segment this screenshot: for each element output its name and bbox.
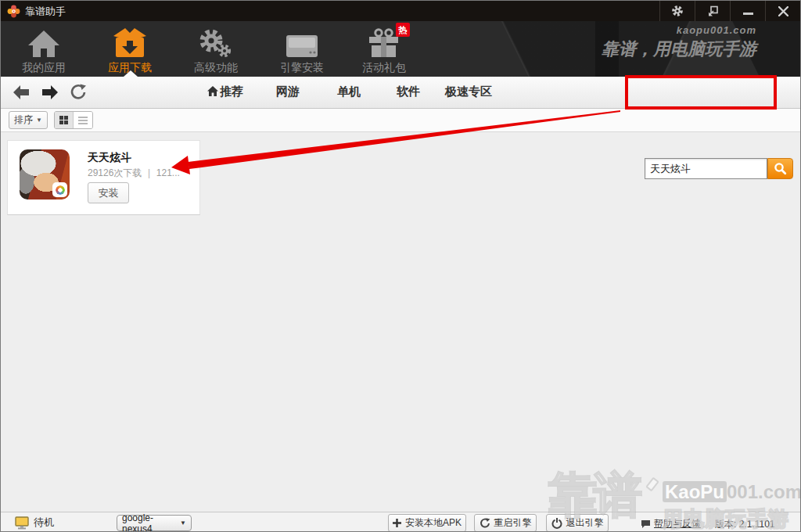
window-controls bbox=[659, 1, 800, 21]
tab-standalone[interactable]: 单机 bbox=[337, 84, 361, 99]
caret-down-icon: ▼ bbox=[180, 519, 186, 527]
nav-item-label: 高级功能 bbox=[183, 61, 249, 75]
speech-bubble-icon bbox=[641, 519, 651, 529]
nav-item-gift-packs[interactable]: 活动礼包 热 bbox=[351, 26, 417, 76]
results-area: 天天炫斗 29126次下载 ｜ 121... 安装 bbox=[1, 132, 800, 512]
search-input[interactable] bbox=[645, 158, 767, 179]
app-name: 天天炫斗 bbox=[88, 151, 131, 165]
forward-button[interactable] bbox=[41, 85, 58, 102]
list-controls-bar: 排序▼ bbox=[1, 109, 800, 132]
nav-item-label: 应用下载 bbox=[97, 61, 163, 75]
search-box bbox=[645, 158, 793, 179]
grid-view-button[interactable] bbox=[55, 112, 74, 128]
nav-item-label: 引擎安装 bbox=[269, 61, 335, 75]
plus-icon bbox=[393, 519, 401, 527]
tab-recommended[interactable]: 推荐 bbox=[207, 84, 243, 99]
nav-item-engine-install[interactable]: 引擎安装 bbox=[269, 26, 335, 76]
restart-engine-button[interactable]: 重启引擎 bbox=[474, 514, 537, 532]
nav-item-label: 活动礼包 bbox=[351, 61, 417, 75]
header-decor-shape bbox=[423, 21, 619, 77]
help-feedback-link[interactable]: 帮助与反馈 bbox=[641, 517, 701, 530]
back-button[interactable] bbox=[13, 85, 30, 102]
close-icon[interactable] bbox=[765, 1, 800, 21]
settings-gear-icon[interactable] bbox=[659, 1, 695, 21]
brand-block: kaopu001.com 靠谱，用电脑玩手游 bbox=[602, 24, 756, 61]
hot-badge: 热 bbox=[396, 23, 410, 37]
app-window: 靠谱助手 bbox=[0, 0, 801, 532]
main-nav-header: kaopu001.com 靠谱，用电脑玩手游 我的应用 应用下载 bbox=[1, 21, 800, 77]
version-text: 版本: 2.1.1101 bbox=[715, 518, 775, 531]
power-icon bbox=[551, 518, 562, 529]
download-box-icon bbox=[97, 26, 163, 59]
tab-speed-zone[interactable]: 极速专区 bbox=[445, 84, 492, 99]
nav-item-my-apps[interactable]: 我的应用 bbox=[11, 26, 77, 76]
home-icon bbox=[11, 26, 77, 59]
minimize-icon[interactable] bbox=[730, 1, 765, 21]
engine-status: 待机 bbox=[15, 516, 54, 530]
app-logo-icon bbox=[7, 5, 20, 18]
search-button[interactable] bbox=[767, 158, 793, 179]
tencent-g-badge-icon bbox=[52, 182, 67, 197]
statusbar: 待机 google-nexus4 ▼ 安装本地APK 重启引擎 退出引擎 bbox=[1, 512, 800, 532]
caret-down-icon: ▼ bbox=[36, 117, 42, 124]
view-toggle bbox=[54, 111, 93, 129]
status-text: 待机 bbox=[34, 516, 54, 530]
list-view-button[interactable] bbox=[74, 112, 92, 128]
device-select[interactable]: google-nexus4 ▼ bbox=[117, 515, 192, 531]
window-title: 靠谱助手 bbox=[25, 5, 66, 19]
magnifier-icon bbox=[774, 162, 787, 175]
install-local-apk-button[interactable]: 安装本地APK bbox=[388, 514, 466, 532]
app-result-card[interactable]: 天天炫斗 29126次下载 ｜ 121... 安装 bbox=[7, 140, 200, 215]
refresh-button[interactable] bbox=[70, 84, 87, 104]
restore-window-icon[interactable] bbox=[695, 1, 730, 21]
hard-drive-icon bbox=[269, 26, 335, 59]
nav-item-label: 我的应用 bbox=[11, 61, 77, 75]
brand-site-text: kaopu001.com bbox=[602, 24, 756, 36]
exit-engine-button[interactable]: 退出引擎 bbox=[546, 514, 609, 532]
app-icon bbox=[20, 149, 70, 200]
nav-item-app-download[interactable]: 应用下载 bbox=[97, 26, 163, 76]
titlebar: 靠谱助手 bbox=[1, 1, 800, 21]
gears-icon bbox=[183, 26, 249, 59]
browse-toolbar: 推荐 网游 单机 软件 极速专区 bbox=[1, 77, 800, 109]
restart-icon bbox=[480, 518, 490, 529]
home-glyph-icon bbox=[207, 86, 218, 96]
tab-online-games[interactable]: 网游 bbox=[276, 84, 300, 99]
sort-button[interactable]: 排序▼ bbox=[9, 111, 48, 129]
install-button[interactable]: 安装 bbox=[88, 182, 129, 203]
app-meta: 29126次下载 ｜ 121... bbox=[88, 167, 180, 180]
nav-item-advanced[interactable]: 高级功能 bbox=[183, 26, 249, 76]
brand-slogan-text: 靠谱，用电脑玩手游 bbox=[602, 38, 756, 61]
grid-icon bbox=[59, 116, 68, 124]
tab-software[interactable]: 软件 bbox=[397, 84, 420, 99]
list-icon bbox=[78, 117, 88, 124]
monitor-icon bbox=[15, 516, 29, 530]
